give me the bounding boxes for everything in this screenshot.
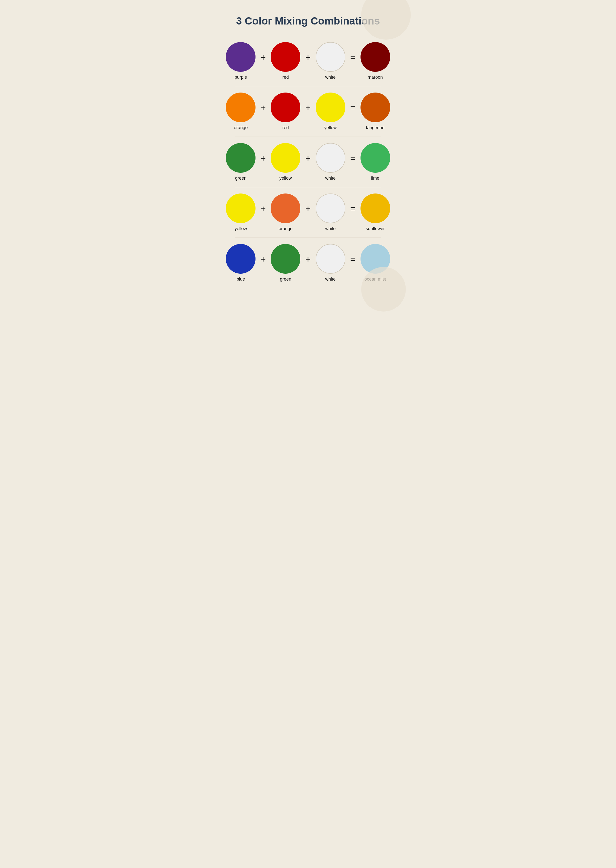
color-label: red bbox=[282, 75, 289, 80]
color-item: yellow bbox=[270, 143, 300, 181]
color-label: white bbox=[325, 75, 336, 80]
color-circle bbox=[270, 244, 300, 274]
color-circle bbox=[270, 143, 300, 173]
row-divider bbox=[235, 86, 381, 86]
color-item: green bbox=[226, 143, 256, 181]
equals-operator: = bbox=[350, 204, 355, 214]
color-label: red bbox=[282, 125, 289, 130]
color-circle bbox=[360, 92, 390, 122]
color-circle bbox=[360, 143, 390, 173]
combinations-container: purple+red+white=maroonorange+red+yellow… bbox=[235, 39, 381, 284]
color-item: sunflower bbox=[360, 193, 390, 231]
color-circle bbox=[316, 244, 346, 274]
decorative-blob-top bbox=[361, 0, 411, 39]
color-label: orange bbox=[234, 125, 248, 130]
color-circle bbox=[226, 143, 256, 173]
color-label: green bbox=[235, 175, 246, 181]
color-item: green bbox=[270, 244, 300, 282]
color-item: white bbox=[316, 42, 346, 80]
page: 3 Color Mixing Combinations purple+red+w… bbox=[220, 0, 396, 304]
color-label: blue bbox=[236, 277, 245, 282]
color-circle bbox=[316, 92, 346, 122]
color-item: maroon bbox=[360, 42, 390, 80]
color-item: purple bbox=[226, 42, 256, 80]
color-label: lime bbox=[371, 175, 379, 181]
color-label: green bbox=[280, 277, 291, 282]
color-label: white bbox=[325, 175, 336, 181]
color-label: purple bbox=[234, 75, 247, 80]
equals-operator: = bbox=[350, 254, 355, 265]
plus-operator: + bbox=[305, 153, 311, 163]
decorative-blob-bottom bbox=[361, 267, 406, 312]
color-circle bbox=[226, 244, 256, 274]
color-item: red bbox=[270, 42, 300, 80]
color-circle bbox=[226, 92, 256, 122]
combination-row: green+yellow+white=lime bbox=[235, 141, 381, 183]
color-item: white bbox=[316, 244, 346, 282]
color-circle bbox=[316, 42, 346, 72]
plus-operator: + bbox=[305, 103, 311, 113]
plus-operator: + bbox=[261, 153, 266, 163]
color-label: maroon bbox=[368, 75, 383, 80]
plus-operator: + bbox=[305, 254, 311, 265]
color-label: yellow bbox=[279, 175, 292, 181]
color-item: blue bbox=[226, 244, 256, 282]
color-item: orange bbox=[270, 193, 300, 231]
equals-operator: = bbox=[350, 52, 355, 63]
equals-operator: = bbox=[350, 153, 355, 163]
color-label: white bbox=[325, 277, 336, 282]
color-circle bbox=[226, 42, 256, 72]
color-item: white bbox=[316, 193, 346, 231]
color-circle bbox=[270, 92, 300, 122]
color-item: tangerine bbox=[360, 92, 390, 130]
color-circle bbox=[316, 193, 346, 223]
combination-row: orange+red+yellow=tangerine bbox=[235, 90, 381, 133]
color-item: lime bbox=[360, 143, 390, 181]
color-circle bbox=[226, 193, 256, 223]
row-divider bbox=[235, 136, 381, 137]
equals-operator: = bbox=[350, 103, 355, 113]
color-item: orange bbox=[226, 92, 256, 130]
combination-row: blue+green+white=ocean mist bbox=[235, 241, 381, 284]
color-item: yellow bbox=[316, 92, 346, 130]
color-label: orange bbox=[278, 226, 292, 231]
plus-operator: + bbox=[261, 103, 266, 113]
color-label: yellow bbox=[324, 125, 337, 130]
color-circle bbox=[360, 42, 390, 72]
color-label: white bbox=[325, 226, 336, 231]
color-item: red bbox=[270, 92, 300, 130]
color-circle bbox=[270, 42, 300, 72]
color-label: yellow bbox=[234, 226, 247, 231]
plus-operator: + bbox=[305, 204, 311, 214]
combination-row: yellow+orange+white=sunflower bbox=[235, 191, 381, 234]
color-label: sunflower bbox=[366, 226, 385, 231]
color-circle bbox=[360, 193, 390, 223]
plus-operator: + bbox=[261, 254, 266, 265]
combination-row: purple+red+white=maroon bbox=[235, 39, 381, 82]
color-label: tangerine bbox=[366, 125, 385, 130]
color-item: white bbox=[316, 143, 346, 181]
color-circle bbox=[270, 193, 300, 223]
page-title: 3 Color Mixing Combinations bbox=[235, 15, 381, 27]
color-circle bbox=[316, 143, 346, 173]
plus-operator: + bbox=[305, 52, 311, 63]
plus-operator: + bbox=[261, 52, 266, 63]
color-item: yellow bbox=[226, 193, 256, 231]
plus-operator: + bbox=[261, 204, 266, 214]
